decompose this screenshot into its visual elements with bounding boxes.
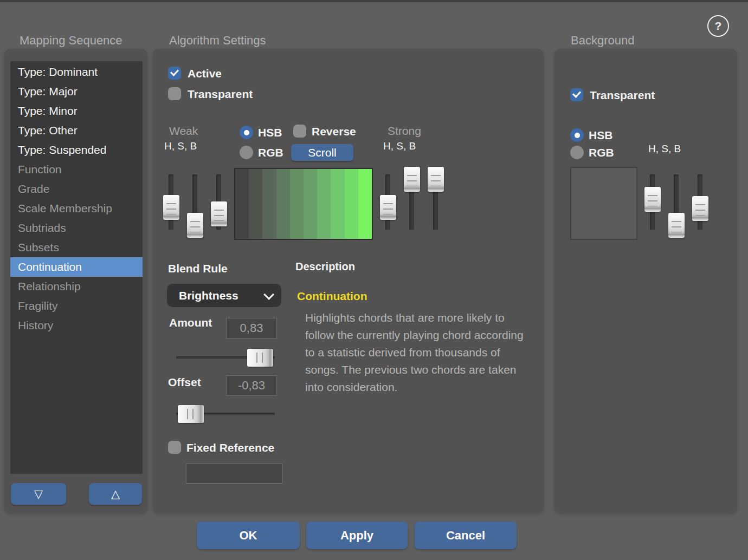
slider-thumb[interactable] [211, 201, 227, 226]
move-down-button[interactable]: ▽ [11, 483, 66, 505]
move-up-button[interactable]: △ [89, 483, 142, 505]
gradient-band [331, 169, 344, 239]
description-heading: Description [295, 261, 355, 273]
algorithm-settings-title: Algorithm Settings [169, 34, 266, 48]
background-s-slider[interactable] [668, 171, 685, 233]
slider-thumb[interactable] [163, 195, 179, 220]
rgb-radio[interactable] [240, 146, 253, 159]
blend-rule-label: Blend Rule [168, 262, 228, 275]
slider-thumb[interactable] [187, 213, 203, 238]
gradient-band [249, 169, 262, 239]
gradient-band [317, 169, 331, 239]
strong-h-slider[interactable] [380, 171, 396, 233]
cancel-button[interactable]: Cancel [415, 522, 517, 549]
gradient-band [290, 169, 304, 239]
description-body: Highlights chords that are more likely t… [305, 309, 531, 396]
background-rgb-label: RGB [589, 146, 614, 159]
list-item[interactable]: Grade [10, 179, 143, 199]
active-label: Active [188, 67, 222, 80]
gradient-band [358, 169, 372, 239]
background-transparent-checkbox[interactable] [570, 88, 583, 101]
window-top-edge [0, 0, 748, 2]
mapping-sequence-title: Mapping Sequence [20, 34, 122, 48]
scroll-button[interactable]: Scroll [291, 144, 353, 161]
list-item[interactable]: Subtriads [10, 218, 143, 238]
background-title: Background [571, 34, 634, 48]
slider-thumb[interactable] [644, 187, 661, 212]
gradient-band [235, 169, 249, 239]
gradient-band [276, 169, 290, 239]
slider-thumb[interactable] [404, 167, 420, 192]
chevron-down-icon [263, 289, 274, 299]
offset-field[interactable]: -0,83 [226, 375, 277, 396]
background-transparent-label: Transparent [590, 88, 655, 102]
list-item[interactable]: Scale Membership [10, 199, 143, 218]
slider-thumb[interactable] [668, 213, 685, 238]
list-item[interactable]: Type: Other [10, 121, 143, 140]
fixed-reference-label: Fixed Reference [186, 441, 274, 454]
strong-label: Strong [388, 125, 421, 138]
offset-slider[interactable] [176, 405, 275, 423]
rgb-label: RGB [258, 146, 283, 159]
weak-b-slider[interactable] [211, 171, 227, 233]
weak-axes-label: H, S, B [164, 140, 197, 152]
transparent-checkbox[interactable] [168, 87, 181, 100]
reverse-checkbox[interactable] [293, 125, 306, 138]
ok-button[interactable]: OK [197, 522, 300, 549]
background-panel [554, 49, 737, 513]
triangle-down-icon: ▽ [34, 487, 43, 500]
list-item[interactable]: Type: Dominant [10, 62, 143, 82]
slider-thumb[interactable] [178, 405, 204, 423]
blend-rule-value: Brightness [179, 289, 264, 302]
background-hsb-radio[interactable] [570, 128, 584, 142]
amount-slider[interactable] [176, 349, 275, 367]
list-item[interactable]: Type: Minor [10, 101, 143, 121]
apply-button[interactable]: Apply [306, 522, 408, 549]
list-item[interactable]: Type: Major [10, 82, 143, 101]
help-icon[interactable]: ? [707, 15, 729, 37]
hsb-radio[interactable] [240, 126, 253, 139]
gradient-strip[interactable] [234, 168, 373, 240]
mapping-list[interactable]: Type: DominantType: MajorType: MinorType… [10, 61, 143, 474]
background-color-swatch[interactable] [570, 167, 637, 240]
list-item[interactable]: History [10, 316, 143, 335]
strong-b-slider[interactable] [428, 171, 444, 233]
gradient-band [345, 169, 358, 239]
background-axes-label: H, S, B [648, 143, 681, 155]
background-b-slider[interactable] [692, 171, 708, 233]
slider-thumb[interactable] [380, 195, 396, 220]
strong-axes-label: H, S, B [383, 140, 416, 152]
list-item[interactable]: Relationship [10, 277, 143, 296]
weak-label: Weak [169, 125, 198, 138]
hsb-label: HSB [258, 126, 282, 139]
gradient-band [304, 169, 317, 239]
amount-field[interactable]: 0,83 [226, 318, 277, 338]
transparent-label: Transparent [188, 87, 253, 101]
dialog-root: { "window": { "help_icon": "?" }, "mappi… [0, 0, 748, 560]
blend-rule-dropdown[interactable]: Brightness [167, 284, 281, 307]
fixed-reference-checkbox[interactable] [168, 441, 181, 454]
strong-s-slider[interactable] [404, 171, 420, 233]
fixed-reference-field[interactable] [186, 463, 282, 484]
list-item[interactable]: Fragility [10, 296, 143, 316]
gradient-band [262, 169, 276, 239]
amount-label: Amount [169, 316, 212, 329]
slider-thumb[interactable] [247, 349, 273, 367]
list-item[interactable]: Type: Suspended [10, 140, 143, 160]
offset-label: Offset [168, 375, 201, 389]
background-rgb-radio[interactable] [570, 146, 584, 159]
slider-thumb[interactable] [692, 196, 708, 221]
triangle-up-icon: △ [111, 487, 120, 500]
list-item[interactable]: Subsets [10, 238, 143, 257]
background-hsb-label: HSB [589, 128, 612, 142]
description-title: Continuation [297, 290, 367, 303]
list-item[interactable]: Function [10, 160, 143, 179]
weak-s-slider[interactable] [187, 171, 203, 233]
list-item[interactable]: Continuation [10, 257, 143, 277]
active-checkbox[interactable] [168, 67, 181, 80]
background-h-slider[interactable] [644, 171, 661, 233]
weak-h-slider[interactable] [163, 171, 179, 233]
slider-thumb[interactable] [428, 167, 444, 192]
reverse-label: Reverse [312, 125, 356, 138]
